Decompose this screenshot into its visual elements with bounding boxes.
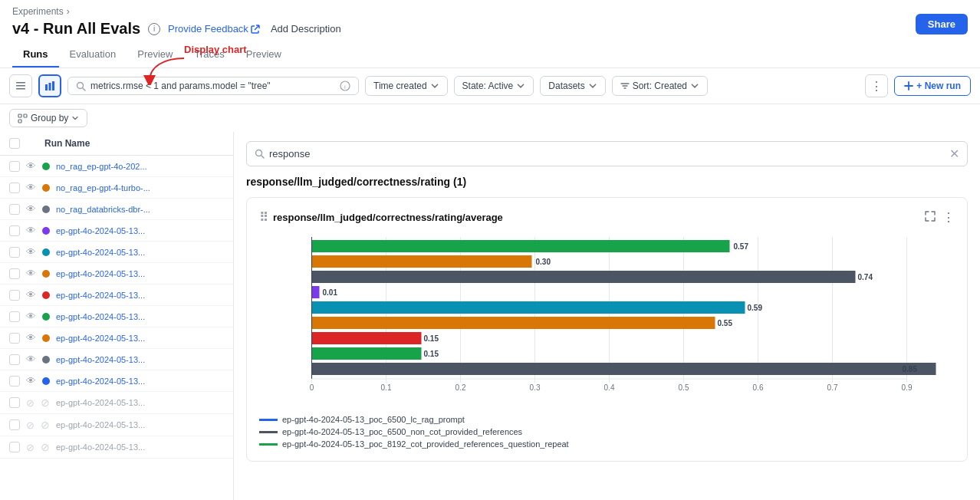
- feedback-link[interactable]: Provide Feedback: [168, 23, 260, 35]
- more-options-button[interactable]: ⋮: [865, 74, 888, 97]
- metric-search-input[interactable]: [269, 148, 945, 160]
- row-checkbox[interactable]: [9, 354, 20, 365]
- bar-1[interactable]: [312, 240, 730, 252]
- bar-9[interactable]: [312, 363, 936, 375]
- tab-evaluation[interactable]: Evaluation: [59, 42, 127, 67]
- breadcrumb[interactable]: Experiments ›: [12, 6, 341, 17]
- tab-traces[interactable]: Traces: [183, 42, 235, 67]
- run-name-link[interactable]: ep-gpt-4o-2024-05-13...: [56, 269, 145, 278]
- run-name-link[interactable]: ep-gpt-4o-2024-05-13...: [56, 420, 145, 429]
- bar-4[interactable]: [312, 286, 320, 298]
- run-name-link[interactable]: ep-gpt-4o-2024-05-13...: [56, 398, 145, 407]
- row-checkbox[interactable]: [9, 311, 20, 322]
- row-checkbox[interactable]: [9, 183, 20, 193]
- row-checkbox[interactable]: [9, 268, 20, 279]
- visibility-toggle[interactable]: 👁: [26, 160, 36, 172]
- row-checkbox[interactable]: [9, 161, 20, 172]
- visibility-toggle[interactable]: 👁: [26, 375, 36, 387]
- row-checkbox[interactable]: [9, 204, 20, 215]
- add-description-button[interactable]: Add Description: [271, 23, 341, 35]
- run-name-link[interactable]: ep-gpt-4o-2024-05-13...: [56, 226, 145, 235]
- svg-text:0.55: 0.55: [718, 319, 733, 327]
- visibility-toggle-disabled[interactable]: ⊘: [26, 442, 35, 453]
- search-input[interactable]: [90, 81, 335, 91]
- run-name-link[interactable]: ep-gpt-4o-2024-05-13...: [56, 291, 145, 300]
- runs-panel: Run Name 👁 no_rag_ep-gpt-4o-202... 👁 no_…: [0, 132, 234, 500]
- search-bar[interactable]: i: [67, 77, 359, 95]
- tab-runs[interactable]: Runs: [12, 42, 59, 67]
- row-checkbox[interactable]: [9, 397, 20, 408]
- svg-rect-0: [16, 82, 25, 84]
- row-checkbox[interactable]: [9, 419, 20, 430]
- tab-preview-1[interactable]: Preview: [127, 42, 183, 67]
- svg-rect-4: [49, 83, 51, 90]
- table-row: 👁 ep-gpt-4o-2024-05-13...: [0, 285, 233, 306]
- visibility-toggle[interactable]: 👁: [26, 332, 36, 344]
- run-status-dot: [42, 313, 50, 321]
- chart-panel: ✕ response/llm_judged/correctness/rating…: [234, 132, 980, 500]
- row-checkbox[interactable]: [9, 247, 20, 258]
- run-name-link[interactable]: ep-gpt-4o-2024-05-13...: [56, 442, 145, 452]
- clear-search-button[interactable]: ✕: [949, 146, 959, 161]
- table-row: 👁 ep-gpt-4o-2024-05-13...: [0, 263, 233, 285]
- svg-text:i: i: [344, 84, 346, 90]
- run-name-link[interactable]: ep-gpt-4o-2024-05-13...: [56, 248, 145, 257]
- run-name-link[interactable]: no_rag_ep-gpt-4-turbo-...: [56, 183, 150, 192]
- bar-7[interactable]: [312, 332, 422, 344]
- datasets-filter[interactable]: Datasets: [540, 76, 605, 96]
- expand-chart-button[interactable]: [924, 210, 936, 225]
- list-view-button[interactable]: [9, 74, 32, 97]
- row-checkbox[interactable]: [9, 290, 20, 301]
- search-info-icon[interactable]: i: [340, 81, 350, 91]
- bar-3[interactable]: [312, 271, 856, 283]
- visibility-toggle[interactable]: 👁: [26, 354, 36, 365]
- bar-8[interactable]: [312, 347, 422, 360]
- svg-line-16: [261, 156, 265, 159]
- run-name-link[interactable]: ep-gpt-4o-2024-05-13...: [56, 377, 145, 386]
- chevron-down-icon-3: [588, 81, 597, 90]
- share-button[interactable]: Share: [916, 14, 968, 35]
- svg-rect-13: [18, 120, 21, 123]
- table-row: 👁 ep-gpt-4o-2024-05-13...: [0, 242, 233, 263]
- bar-6[interactable]: [312, 317, 715, 329]
- visibility-toggle[interactable]: 👁: [26, 203, 36, 215]
- drag-handle-icon[interactable]: ⠿: [259, 210, 268, 225]
- run-name-link[interactable]: ep-gpt-4o-2024-05-13...: [56, 334, 145, 343]
- run-name-link[interactable]: ep-gpt-4o-2024-05-13...: [56, 355, 145, 364]
- bar-5[interactable]: [312, 301, 745, 314]
- row-checkbox[interactable]: [9, 376, 20, 387]
- chart-more-options-button[interactable]: ⋮: [942, 210, 955, 225]
- visibility-toggle[interactable]: 👁: [26, 268, 36, 279]
- visibility-toggle[interactable]: 👁: [26, 311, 36, 322]
- run-name-link[interactable]: ep-gpt-4o-2024-05-13...: [56, 312, 145, 321]
- hash-icon: ⊘: [41, 419, 50, 431]
- visibility-toggle-disabled[interactable]: ⊘: [26, 397, 35, 409]
- svg-rect-5: [52, 81, 54, 90]
- visibility-toggle[interactable]: 👁: [26, 246, 36, 258]
- visibility-toggle[interactable]: 👁: [26, 182, 36, 193]
- info-icon[interactable]: i: [148, 23, 160, 35]
- svg-text:0.7: 0.7: [827, 383, 838, 392]
- tab-preview-2[interactable]: Preview: [235, 42, 292, 67]
- state-active-filter[interactable]: State: Active: [454, 76, 534, 96]
- select-all-checkbox[interactable]: [9, 138, 20, 149]
- chart-view-button[interactable]: [38, 74, 61, 97]
- toolbar: i Time created State: Active Datasets So…: [0, 68, 980, 104]
- sort-filter[interactable]: Sort: Created: [612, 76, 708, 96]
- time-created-filter[interactable]: Time created: [365, 76, 448, 96]
- run-name-link[interactable]: no_rag_databricks-dbr-...: [56, 205, 150, 214]
- legend-color-1: [259, 419, 278, 421]
- breadcrumb-link[interactable]: Experiments: [12, 6, 64, 17]
- new-run-button[interactable]: + New run: [894, 76, 971, 96]
- visibility-toggle[interactable]: 👁: [26, 225, 36, 236]
- groupby-button[interactable]: Group by: [9, 109, 87, 127]
- bar-2[interactable]: [312, 255, 532, 268]
- chart-search-bar[interactable]: ✕: [246, 141, 968, 166]
- row-checkbox[interactable]: [9, 225, 20, 236]
- run-status-dot: [42, 377, 50, 385]
- row-checkbox[interactable]: [9, 442, 20, 452]
- visibility-toggle[interactable]: 👁: [26, 289, 36, 301]
- visibility-toggle-disabled[interactable]: ⊘: [26, 419, 35, 431]
- run-name-link[interactable]: no_rag_ep-gpt-4o-202...: [56, 162, 147, 171]
- row-checkbox[interactable]: [9, 333, 20, 344]
